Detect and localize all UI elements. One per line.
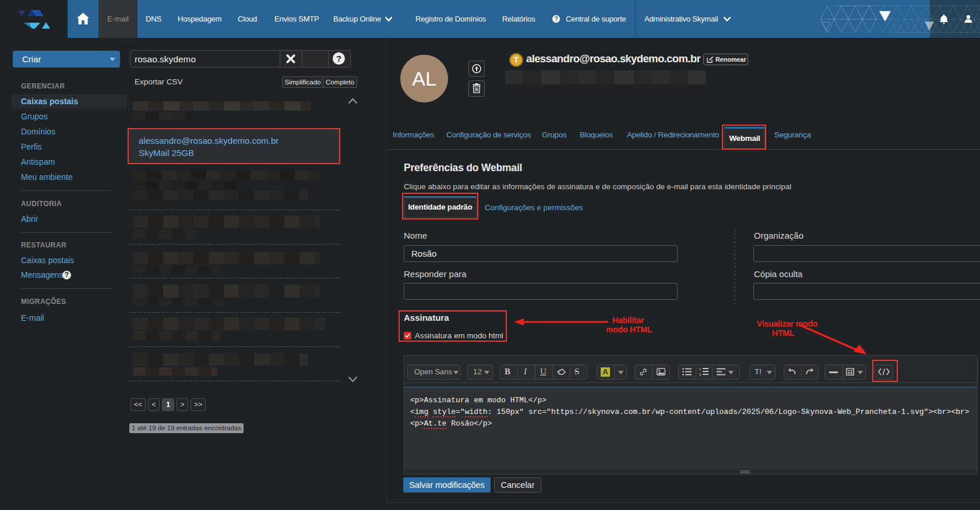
svg-text:2: 2 <box>699 373 701 376</box>
svg-text:1: 1 <box>699 367 701 371</box>
